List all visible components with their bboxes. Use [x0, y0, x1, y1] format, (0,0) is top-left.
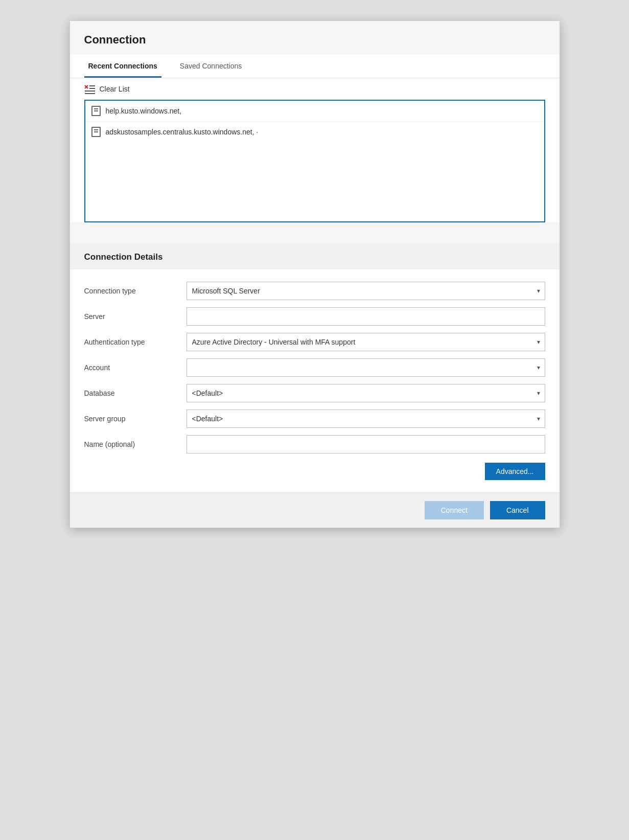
account-row: Account ▾ — [84, 358, 545, 377]
connection-type-select-wrapper: Microsoft SQL Server PostgreSQL MySQL SQ… — [187, 282, 545, 300]
connection-text: help.kusto.windows.net, — [106, 107, 182, 115]
connection-type-label: Connection type — [84, 287, 187, 295]
account-label: Account — [84, 364, 187, 372]
dialog-footer: Connect Cancel — [70, 492, 560, 528]
database-row: Database <Default> ▾ — [84, 384, 545, 402]
auth-type-select-wrapper: Azure Active Directory - Universal with … — [187, 333, 545, 351]
connection-list-area: Clear List help.kusto.windows.net, adsku… — [70, 78, 560, 222]
server-group-label: Server group — [84, 415, 187, 423]
account-select-wrapper: ▾ — [187, 358, 545, 377]
database-select-wrapper: <Default> ▾ — [187, 384, 545, 402]
clear-list-label: Clear List — [100, 85, 130, 93]
server-icon — [91, 127, 101, 137]
server-row: Server — [84, 307, 545, 326]
database-label: Database — [84, 389, 187, 397]
connection-item[interactable]: adskustosamples.centralus.kusto.windows.… — [85, 122, 544, 142]
name-input[interactable] — [187, 435, 545, 453]
connect-button[interactable]: Connect — [425, 501, 484, 519]
dialog-title: Connection — [70, 21, 560, 55]
connection-item[interactable]: help.kusto.windows.net, — [85, 101, 544, 122]
database-select[interactable]: <Default> — [187, 384, 545, 402]
name-row: Name (optional) — [84, 435, 545, 453]
advanced-button[interactable]: Advanced... — [485, 463, 545, 480]
server-group-select-wrapper: <Default> ▾ — [187, 410, 545, 428]
tab-saved-connections[interactable]: Saved Connections — [176, 55, 246, 78]
cancel-button[interactable]: Cancel — [490, 501, 545, 519]
auth-type-row: Authentication type Azure Active Directo… — [84, 333, 545, 351]
server-icon — [91, 106, 101, 116]
section-header: Connection Details — [70, 243, 560, 269]
advanced-row: Advanced... — [84, 463, 545, 480]
connections-list: help.kusto.windows.net, adskustosamples.… — [84, 100, 545, 222]
tab-recent-connections[interactable]: Recent Connections — [84, 55, 161, 78]
auth-type-select[interactable]: Azure Active Directory - Universal with … — [187, 333, 545, 351]
server-input[interactable] — [187, 307, 545, 326]
server-group-row: Server group <Default> ▾ — [84, 410, 545, 428]
server-label: Server — [84, 312, 187, 321]
connection-dialog: Connection Recent Connections Saved Conn… — [69, 20, 560, 528]
connection-text: adskustosamples.centralus.kusto.windows.… — [106, 128, 259, 136]
account-select[interactable] — [187, 358, 545, 377]
auth-type-label: Authentication type — [84, 338, 187, 346]
server-group-select[interactable]: <Default> — [187, 410, 545, 428]
tabs-bar: Recent Connections Saved Connections — [70, 55, 560, 78]
spacer — [70, 222, 560, 243]
connection-details: Connection Details Connection type Micro… — [70, 243, 560, 492]
connection-type-select[interactable]: Microsoft SQL Server PostgreSQL MySQL SQ… — [187, 282, 545, 300]
clear-list-button[interactable]: Clear List — [84, 78, 545, 100]
name-label: Name (optional) — [84, 440, 187, 448]
connection-type-row: Connection type Microsoft SQL Server Pos… — [84, 282, 545, 300]
details-form: Connection type Microsoft SQL Server Pos… — [70, 269, 560, 492]
clear-list-icon — [84, 83, 96, 95]
